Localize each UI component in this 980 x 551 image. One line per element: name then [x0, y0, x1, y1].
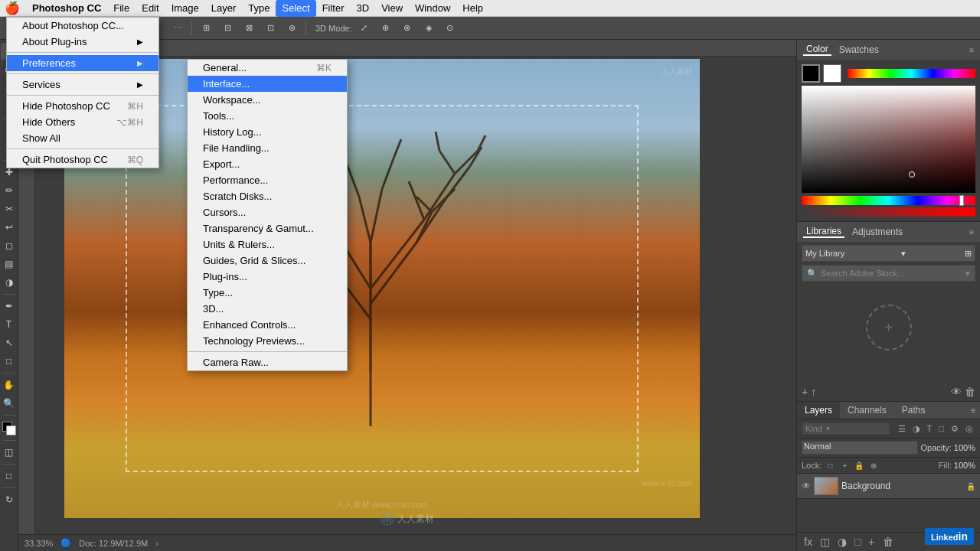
- menubar-file[interactable]: File: [107, 0, 136, 17]
- path-selection-tool[interactable]: ↖: [1, 334, 18, 351]
- tab-swatches[interactable]: Swatches: [836, 44, 882, 55]
- toolbar-3d-btn-3[interactable]: ⊗: [398, 20, 416, 37]
- history-brush-tool[interactable]: ↩: [1, 219, 18, 236]
- toolbar-3d-btn-2[interactable]: ⊕: [377, 20, 395, 37]
- canvas-image[interactable]: 人人素材 www.rr-sc.com www.rr-sc.com 人人素材 ww…: [64, 59, 700, 518]
- lock-pixels-icon[interactable]: □: [824, 459, 836, 471]
- quick-mask-tool[interactable]: ◫: [1, 444, 18, 461]
- toolbar-btn-2[interactable]: ▾: [26, 20, 44, 37]
- filter-toggle[interactable]: ◎: [963, 423, 975, 435]
- color-swatches[interactable]: [2, 422, 16, 435]
- tab-layers[interactable]: Layers: [797, 402, 840, 419]
- layers-search[interactable]: Kind ▾: [802, 422, 890, 435]
- crop-tool[interactable]: ⊡: [1, 122, 18, 139]
- menubar-image[interactable]: Image: [165, 0, 205, 17]
- library-dropdown[interactable]: My Library ▾ ⊞: [802, 245, 975, 262]
- lock-position-icon[interactable]: +: [838, 459, 851, 471]
- library-upload-btn[interactable]: ↑: [811, 386, 816, 398]
- toolbar-btn-1[interactable]: ◂: [5, 20, 23, 37]
- color-gradient[interactable]: [802, 86, 975, 193]
- filter-pixel-icon[interactable]: ☰: [896, 423, 908, 435]
- toolbar-btn-9[interactable]: ⊞: [197, 20, 215, 37]
- library-trash-btn[interactable]: 🗑: [965, 386, 975, 398]
- background-color[interactable]: [6, 425, 16, 435]
- add-layer-style-btn[interactable]: fx: [802, 535, 815, 549]
- shape-tool[interactable]: □: [1, 353, 18, 370]
- toolbar-btn-6[interactable]: ⟲: [126, 20, 144, 37]
- menubar-view[interactable]: View: [375, 0, 409, 17]
- menubar-layer[interactable]: Layer: [205, 0, 243, 17]
- toolbar-btn-10[interactable]: ⊟: [218, 20, 237, 37]
- library-add-btn[interactable]: +: [802, 386, 808, 398]
- background-layer[interactable]: 👁 Background 🔒: [797, 474, 980, 499]
- fill-value[interactable]: 100%: [954, 461, 975, 470]
- alpha-slider[interactable]: [802, 207, 975, 217]
- color-panel-options[interactable]: ≡: [969, 46, 974, 54]
- pen-tool[interactable]: ✒: [1, 298, 18, 315]
- filter-smart-icon[interactable]: ⚙: [949, 423, 961, 435]
- toolbar-btn-8[interactable]: ⋯: [168, 20, 187, 37]
- layers-panel-options[interactable]: ≡: [971, 402, 980, 419]
- kind-dropdown[interactable]: ▾: [826, 425, 830, 432]
- toolbar-btn-7[interactable]: ⚙: [147, 20, 165, 37]
- toolbar-3d-btn-4[interactable]: ◈: [420, 20, 438, 37]
- menubar-select[interactable]: Select: [276, 0, 315, 17]
- hand-tool[interactable]: ✋: [1, 377, 18, 393]
- canvas-arrow[interactable]: ›: [155, 539, 158, 548]
- healing-tool[interactable]: ✚: [1, 164, 18, 181]
- screen-mode-tool[interactable]: □: [1, 468, 18, 484]
- blend-mode-select[interactable]: Normal: [802, 441, 918, 455]
- menubar-help[interactable]: Help: [456, 0, 489, 17]
- lock-artboard-icon[interactable]: ⊕: [867, 459, 880, 471]
- opacity-value[interactable]: 100%: [954, 443, 975, 452]
- menubar-type[interactable]: Type: [242, 0, 276, 17]
- menubar-edit[interactable]: Edit: [136, 0, 165, 17]
- add-layer-btn[interactable]: +: [866, 535, 877, 549]
- filter-adj-icon[interactable]: ◑: [910, 423, 923, 435]
- add-group-btn[interactable]: □: [852, 535, 863, 549]
- hue-slider[interactable]: [802, 196, 975, 205]
- dodge-tool[interactable]: ◑: [1, 274, 18, 291]
- toolbar-btn-11[interactable]: ⊠: [240, 20, 258, 37]
- delete-layer-btn[interactable]: 🗑: [880, 535, 896, 549]
- toolbar-3d-btn-5[interactable]: ⊙: [441, 20, 459, 37]
- lasso-tool[interactable]: ⌖: [1, 80, 18, 96]
- menubar-3d[interactable]: 3D: [351, 0, 376, 17]
- toolbar-3d-btn-1[interactable]: ⤢: [355, 20, 374, 37]
- bg-color-swatch[interactable]: [823, 64, 841, 83]
- eraser-tool[interactable]: ◻: [1, 237, 18, 254]
- filter-type-icon[interactable]: T: [925, 423, 935, 435]
- toolbar-btn-13[interactable]: ⊛: [283, 20, 301, 37]
- tab-adjustments[interactable]: Adjustments: [849, 227, 906, 237]
- toolbar-btn-5[interactable]: ↕: [97, 20, 116, 37]
- libraries-panel-options[interactable]: ≡: [969, 228, 974, 236]
- menubar-window[interactable]: Window: [409, 0, 456, 17]
- add-adjustment-btn[interactable]: ◑: [835, 535, 849, 549]
- toolbar-btn-3[interactable]: ⤡: [54, 20, 73, 37]
- layer-visibility-icon[interactable]: 👁: [802, 481, 811, 491]
- brush-tool[interactable]: ✏: [1, 182, 18, 199]
- eyedropper-tool[interactable]: ✎: [1, 140, 18, 157]
- rotate-view-tool[interactable]: ↻: [1, 491, 18, 508]
- marquee-tool[interactable]: ▭: [1, 61, 18, 78]
- fg-color-swatch[interactable]: [802, 64, 820, 83]
- menubar-filter[interactable]: Filter: [316, 0, 351, 17]
- tab-paths[interactable]: Paths: [894, 402, 933, 419]
- tab-libraries[interactable]: Libraries: [803, 226, 844, 238]
- add-mask-btn[interactable]: ◫: [818, 535, 832, 549]
- toolbar-btn-12[interactable]: ⊡: [261, 20, 279, 37]
- filter-shape-icon[interactable]: □: [936, 423, 946, 435]
- zoom-tool[interactable]: 🔍: [1, 395, 18, 412]
- clone-stamp-tool[interactable]: ✂: [1, 201, 18, 217]
- gradient-tool[interactable]: ▤: [1, 256, 18, 272]
- move-tool[interactable]: ✥: [1, 43, 18, 60]
- apple-menu[interactable]: 🍎: [5, 0, 20, 17]
- toolbar-btn-4[interactable]: ↔: [76, 20, 94, 37]
- menubar-photoshop[interactable]: Photoshop CC: [26, 0, 107, 17]
- tab-channels[interactable]: Channels: [840, 402, 894, 419]
- library-search-bar[interactable]: 🔍 Search Adobe Stock... ▾: [802, 265, 975, 282]
- text-tool[interactable]: T: [1, 316, 18, 333]
- library-eye-btn[interactable]: 👁: [951, 386, 962, 398]
- library-add-circle[interactable]: +: [866, 305, 912, 350]
- lock-all-icon[interactable]: 🔒: [853, 459, 865, 471]
